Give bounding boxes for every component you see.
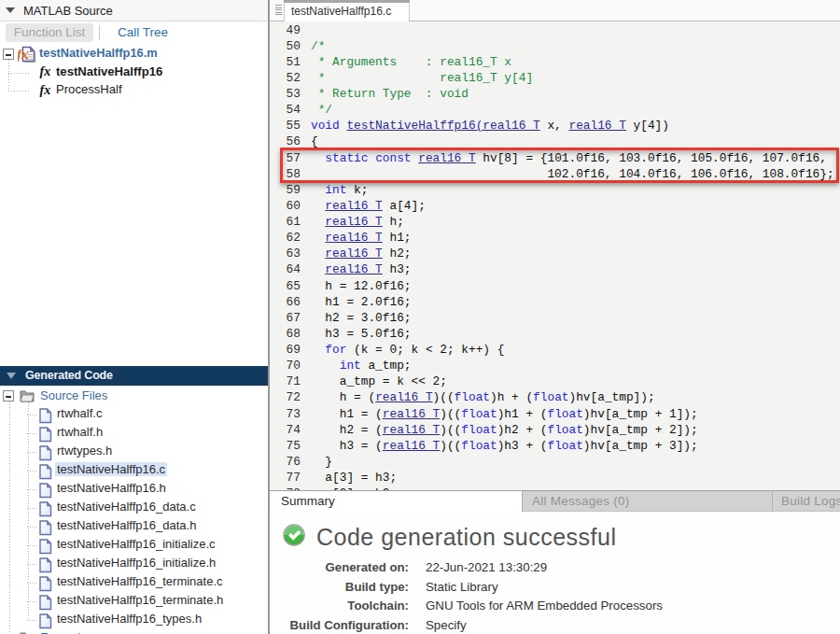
svg-text:fx: fx [18, 47, 29, 62]
